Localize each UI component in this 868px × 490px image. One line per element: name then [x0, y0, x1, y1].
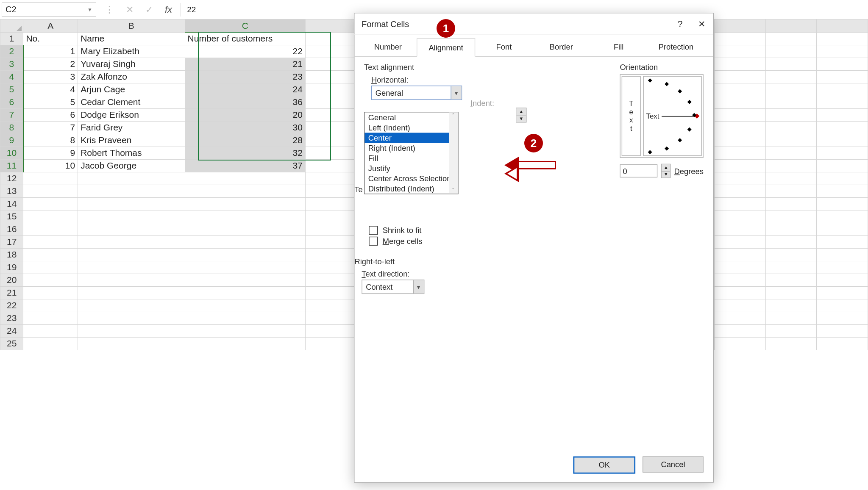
orientation-label: Orientation [620, 63, 703, 72]
tab-number[interactable]: Number [359, 39, 417, 56]
degrees-stepper[interactable]: ▲▼ [661, 164, 670, 178]
name-box[interactable]: C2 ▼ [2, 3, 96, 17]
option-center[interactable]: Center [364, 133, 458, 143]
option-general[interactable]: General [364, 112, 458, 122]
indent-label: Indent: [470, 99, 494, 108]
cancel-button[interactable]: Cancel [643, 457, 704, 473]
vertical-text-button[interactable]: T e x t [622, 76, 641, 156]
checkbox-icon [369, 237, 378, 246]
tab-protection[interactable]: Protection [647, 39, 704, 56]
dropdown-scrollbar[interactable]: ˄˅ [449, 112, 458, 194]
option-distributed[interactable]: Distributed (Indent) [364, 183, 458, 194]
vertical-label-truncated: Te [354, 185, 362, 194]
option-justify[interactable]: Justify [364, 163, 458, 173]
divider-icon: ⋮ [105, 4, 114, 15]
dialog-buttons: OK Cancel [573, 457, 703, 474]
cell[interactable]: Name [78, 32, 185, 45]
cell[interactable]: No. [23, 32, 78, 45]
col-header-empty[interactable] [305, 19, 356, 33]
chevron-down-icon[interactable]: ▾ [451, 86, 461, 99]
col-header-b[interactable]: B [78, 19, 185, 33]
dialog-tabs: Number Alignment Font Border Fill Protec… [354, 39, 713, 57]
chevron-down-icon[interactable]: ▾ [413, 280, 424, 293]
degrees-field[interactable]: 0 [620, 164, 658, 177]
degrees-label: Degrees [674, 166, 704, 175]
chevron-up-icon[interactable]: ˄ [452, 112, 455, 118]
orientation-control[interactable]: T e x t Text [620, 74, 703, 158]
indent-stepper[interactable]: ▲▼ [516, 108, 526, 122]
callout-arrow [504, 157, 559, 174]
col-header-a[interactable]: A [23, 19, 78, 33]
shrink-to-fit-checkbox[interactable]: Shrink to fit [369, 226, 422, 235]
accept-entry-icon[interactable]: ✓ [145, 4, 153, 15]
tab-fill[interactable]: Fill [590, 39, 647, 56]
orientation-group: Orientation T e x t Text [620, 63, 703, 178]
callout-badge-2: 2 [524, 134, 543, 152]
option-right-indent[interactable]: Right (Indent) [364, 143, 458, 153]
alignment-panel: Text alignment HHorizontal:orizontal: Ge… [354, 57, 713, 445]
orientation-dial[interactable]: Text [643, 76, 701, 156]
horizontal-combo[interactable]: General ▾ [371, 86, 462, 100]
cancel-entry-icon[interactable]: ✕ [126, 4, 134, 15]
merge-cells-checkbox[interactable]: Merge cells [369, 237, 422, 246]
checkbox-icon [369, 226, 378, 235]
ok-button[interactable]: OK [573, 457, 635, 474]
formula-bar-icons: ⋮ ✕ ✓ fx [105, 4, 172, 15]
chevron-down-icon[interactable]: ˅ [452, 188, 455, 194]
dialog-titlebar[interactable]: Format Cells ? ✕ [354, 13, 713, 35]
tab-border[interactable]: Border [533, 39, 590, 56]
col-header-c[interactable]: C [185, 19, 305, 33]
text-direction-combo[interactable]: Context ▾ [362, 280, 424, 294]
name-box-value: C2 [6, 5, 17, 14]
horizontal-dropdown[interactable]: General Left (Indent) Center Right (Inde… [364, 112, 459, 194]
chevron-down-icon[interactable]: ▼ [517, 115, 526, 122]
format-cells-dialog: Format Cells ? ✕ Number Alignment Font B… [354, 13, 714, 483]
option-center-across[interactable]: Center Across Selection [364, 173, 458, 183]
text-direction-label: Text direction: [362, 269, 424, 278]
chevron-up-icon[interactable]: ▲ [517, 108, 526, 115]
row-header[interactable]: 1 [0, 32, 23, 45]
option-left-indent[interactable]: Left (Indent) [364, 122, 458, 133]
cell[interactable]: Number of customers [185, 32, 305, 45]
option-fill[interactable]: Fill [364, 153, 458, 163]
tab-alignment[interactable]: Alignment [417, 39, 475, 57]
dialog-title: Format Cells [362, 19, 409, 29]
rtl-label: Right-to-left [354, 257, 424, 266]
close-icon[interactable]: ✕ [698, 18, 706, 29]
horizontal-value: General [372, 88, 451, 97]
callout-badge-1: 1 [437, 19, 455, 38]
chevron-up-icon[interactable]: ▲ [662, 164, 670, 171]
chevron-down-icon[interactable]: ▼ [662, 171, 670, 177]
select-all-corner[interactable] [0, 19, 23, 33]
help-icon[interactable]: ? [678, 18, 683, 29]
tab-font[interactable]: Font [475, 39, 532, 56]
fx-icon[interactable]: fx [165, 4, 172, 15]
chevron-down-icon[interactable]: ▼ [87, 7, 92, 13]
formula-value[interactable]: 22 [181, 3, 196, 17]
